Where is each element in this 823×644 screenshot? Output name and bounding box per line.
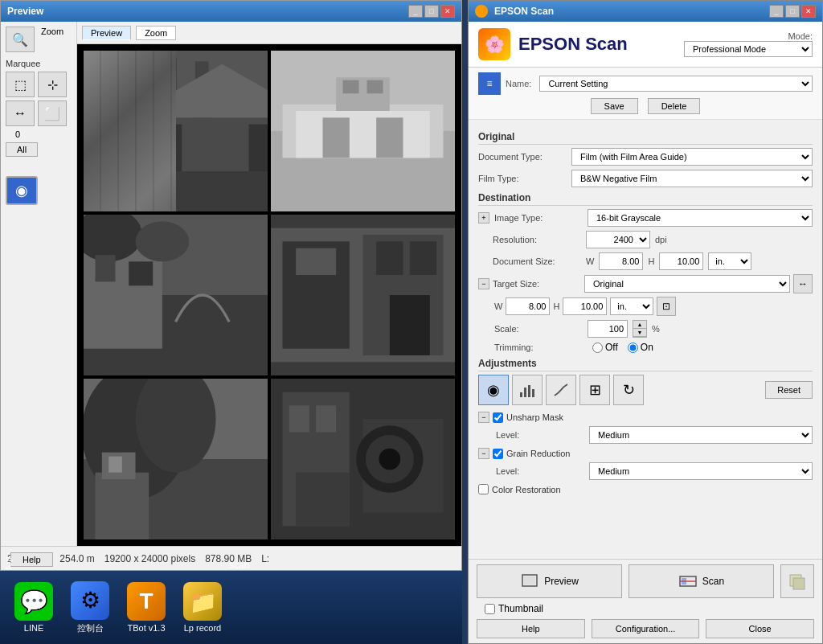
preview-image-1 bbox=[84, 51, 268, 211]
grain-level-select[interactable]: Medium bbox=[589, 462, 813, 480]
destination-section-header: Destination bbox=[478, 192, 813, 206]
target-w-label: W bbox=[494, 301, 502, 311]
marquee-count-row: 0 bbox=[6, 129, 72, 139]
footer-preview-button[interactable]: Preview bbox=[477, 564, 622, 598]
target-h-input[interactable] bbox=[563, 297, 607, 315]
scale-down-btn[interactable]: ▼ bbox=[633, 329, 646, 337]
adj-color-circle-btn[interactable]: ◉ bbox=[478, 375, 509, 405]
target-aspect-btn[interactable]: ⊡ bbox=[657, 297, 676, 316]
taskbar-item-tbot[interactable]: T TBot v1.3 bbox=[119, 579, 174, 636]
adj-custom-btn[interactable]: ↻ bbox=[613, 375, 644, 405]
adjustments-header: Adjustments bbox=[478, 358, 813, 371]
preview-image-4 bbox=[271, 215, 455, 375]
footer-help-button[interactable]: Help bbox=[477, 619, 585, 638]
footer-close-button[interactable]: Close bbox=[706, 619, 814, 638]
svg-rect-61 bbox=[793, 578, 805, 589]
footer-config-button[interactable]: Configuration... bbox=[592, 619, 700, 638]
film-type-select[interactable]: B&W Negative Film bbox=[571, 170, 813, 187]
taskbar-label-tbot: TBot v1.3 bbox=[127, 623, 165, 633]
trim-on-text: On bbox=[641, 342, 653, 353]
marquee-rect-btn[interactable]: ⬚ bbox=[6, 72, 35, 97]
settings-row: ≡ Name: Current Setting bbox=[478, 72, 813, 95]
tab-zoom[interactable]: Zoom bbox=[136, 26, 176, 40]
marquee-move-btn[interactable]: ⊹ bbox=[38, 72, 67, 97]
target-w-input[interactable] bbox=[506, 297, 550, 315]
epson-title: EPSON Scan bbox=[494, 6, 554, 17]
film-type-row: Film Type: B&W Negative Film bbox=[478, 170, 813, 187]
color-tool-btn[interactable]: ◉ bbox=[6, 176, 38, 205]
settings-save-button[interactable]: Save bbox=[591, 98, 638, 114]
marquee-resize-btn[interactable]: ↔ bbox=[6, 100, 35, 126]
trim-off-label[interactable]: Off bbox=[592, 342, 618, 353]
resolution-select[interactable]: 2400 bbox=[586, 231, 650, 248]
mode-select[interactable]: Professional Mode bbox=[684, 41, 813, 57]
grain-collapse-btn[interactable]: − bbox=[478, 448, 489, 459]
marquee-dashed-btn[interactable]: ⬜ bbox=[38, 100, 67, 126]
doc-size-w-input[interactable] bbox=[599, 252, 643, 270]
doc-type-select[interactable]: Film (with Film Area Guide) bbox=[571, 148, 813, 166]
film-type-label: Film Type: bbox=[478, 174, 567, 183]
taskbar-item-control[interactable]: ⚙ 控制台 bbox=[63, 578, 117, 638]
target-size-label: Target Size: bbox=[493, 279, 581, 289]
grain-reduction-checkbox[interactable] bbox=[493, 449, 503, 459]
reset-button[interactable]: Reset bbox=[765, 381, 813, 399]
marquee-tools-row2: ↔ ⬜ bbox=[6, 100, 72, 126]
doc-size-unit-select[interactable]: in. bbox=[708, 252, 751, 270]
footer-preview-label: Preview bbox=[544, 576, 579, 587]
preview-window: Preview _ □ ✕ 🔍 Zoom Marquee ⬚ ⊹ ↔ ⬜ 0 A… bbox=[0, 0, 462, 571]
taskbar-item-line[interactable]: 💬 LINE bbox=[6, 579, 61, 636]
scale-unit: % bbox=[652, 324, 660, 334]
taskbar-item-lp[interactable]: 📁 Lp record bbox=[175, 579, 230, 636]
all-button[interactable]: All bbox=[6, 142, 38, 157]
adj-histogram-btn[interactable] bbox=[512, 375, 543, 405]
target-size-select[interactable]: Original bbox=[584, 275, 790, 293]
preview-help-button[interactable]: Help bbox=[10, 552, 53, 567]
trim-on-label[interactable]: On bbox=[628, 342, 653, 353]
thumbnail-row: Thumbnail bbox=[477, 603, 814, 614]
svg-rect-41 bbox=[109, 457, 122, 473]
svg-rect-50 bbox=[296, 473, 350, 527]
svg-point-23 bbox=[136, 221, 190, 261]
close-btn[interactable]: ✕ bbox=[440, 5, 455, 18]
maximize-btn[interactable]: □ bbox=[424, 5, 439, 18]
epson-maximize-btn[interactable]: □ bbox=[785, 5, 800, 18]
adj-curves-btn[interactable] bbox=[546, 375, 576, 405]
minimize-btn[interactable]: _ bbox=[408, 5, 423, 18]
unsharp-collapse-btn[interactable]: − bbox=[478, 412, 489, 423]
footer-scan-button[interactable]: Scan bbox=[629, 564, 774, 598]
image-type-select[interactable]: 16-bit Grayscale bbox=[588, 209, 813, 227]
scale-up-btn[interactable]: ▲ bbox=[633, 321, 646, 329]
zoom-tool-btn[interactable]: 🔍 bbox=[6, 27, 35, 52]
settings-buttons: Save Delete bbox=[478, 98, 813, 114]
doc-size-h-input[interactable] bbox=[659, 252, 703, 270]
target-size-icon-btn[interactable]: ↔ bbox=[793, 274, 813, 293]
svg-rect-24 bbox=[96, 255, 116, 281]
settings-name-select[interactable]: Current Setting bbox=[539, 76, 813, 92]
image-type-row: + Image Type: 16-bit Grayscale bbox=[478, 209, 813, 227]
unsharp-mask-checkbox[interactable] bbox=[493, 412, 503, 423]
doc-size-row: Document Size: W H in. bbox=[478, 252, 813, 270]
doc-type-row: Document Type: Film (with Film Area Guid… bbox=[478, 148, 813, 166]
scrollable-content[interactable]: Original Document Type: Film (with Film … bbox=[469, 120, 822, 559]
mode-label: Mode: bbox=[788, 31, 813, 41]
color-restoration-checkbox[interactable] bbox=[478, 484, 489, 494]
unsharp-level-select[interactable]: Medium bbox=[589, 426, 813, 444]
target-size-collapse[interactable]: − bbox=[478, 278, 489, 289]
settings-delete-button[interactable]: Delete bbox=[648, 98, 701, 114]
scale-input[interactable] bbox=[588, 320, 628, 338]
tab-preview[interactable]: Preview bbox=[82, 26, 131, 40]
preview-image-6 bbox=[271, 379, 455, 539]
trim-off-radio[interactable] bbox=[592, 343, 603, 353]
epson-minimize-btn[interactable]: _ bbox=[769, 5, 784, 18]
adj-color-balance-btn[interactable]: ⊞ bbox=[579, 375, 610, 405]
epson-close-btn[interactable]: ✕ bbox=[801, 5, 816, 18]
thumbnail-checkbox[interactable] bbox=[485, 604, 495, 614]
footer-extra-button[interactable] bbox=[780, 564, 814, 598]
trim-on-radio[interactable] bbox=[628, 343, 638, 353]
target-unit-select[interactable]: in. bbox=[610, 297, 653, 315]
line-icon: 💬 bbox=[14, 582, 53, 621]
image-type-expand[interactable]: + bbox=[478, 212, 489, 224]
preview-btn-icon bbox=[520, 572, 539, 591]
footer-row1: Preview Scan bbox=[477, 564, 814, 598]
taskbar: top 💬 LINE ⚙ 控制台 T TBot v1.3 📁 Lp record bbox=[0, 571, 462, 644]
